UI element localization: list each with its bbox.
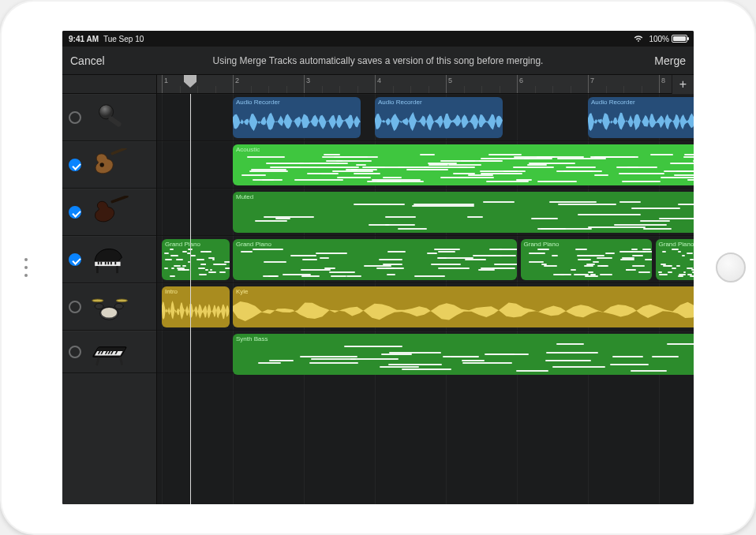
add-section-button[interactable]: + [672, 75, 694, 94]
svg-point-3 [100, 163, 104, 166]
svg-rect-7 [100, 261, 102, 264]
timeline[interactable]: Audio RecorderAudio RecorderAudio Record… [157, 94, 694, 504]
svg-rect-12 [96, 266, 99, 273]
track-lane-piano[interactable]: Grand PianoGrand PianoGrand PianoGrand P… [157, 236, 694, 283]
region-label: Audio Recorder [591, 99, 694, 107]
merge-message: Using Merge Tracks automatically saves a… [114, 55, 642, 66]
region[interactable]: Grand Piano [162, 239, 230, 280]
svg-point-17 [114, 303, 123, 309]
bar-number: 2 [235, 77, 239, 84]
region[interactable]: Grand Piano [656, 239, 694, 280]
region[interactable]: Audio Recorder [588, 97, 694, 138]
workspace[interactable]: Audio RecorderAudio RecorderAudio Record… [62, 94, 694, 504]
track-headers [62, 94, 157, 504]
svg-rect-4 [110, 196, 129, 204]
region[interactable]: Muted [233, 192, 694, 233]
status-bar: 9:41 AM Tue Sep 10 100% [62, 31, 694, 47]
region-label: Synth Bass [236, 335, 694, 343]
keyboard-icon [89, 335, 132, 369]
region-label: Grand Piano [165, 241, 226, 249]
svg-point-15 [101, 307, 117, 317]
merge-action-bar: Cancel Using Merge Tracks automatically … [62, 47, 694, 75]
svg-rect-1 [107, 115, 122, 127]
merge-select-drums[interactable] [69, 301, 81, 313]
track-header-piano[interactable] [62, 236, 156, 283]
bar-number: 3 [306, 77, 310, 84]
playhead-line [190, 94, 191, 504]
region[interactable]: Audio Recorder [233, 97, 361, 138]
ruler[interactable]: 12345678 + [62, 75, 694, 94]
status-time: 9:41 AM [69, 35, 99, 43]
bar-tick: 1 [162, 75, 163, 93]
bar-tick: 8 [659, 75, 660, 93]
track-lane-synth[interactable]: Synth Bass [157, 331, 694, 373]
grand-piano-icon [89, 243, 132, 276]
svg-rect-6 [98, 261, 99, 264]
svg-rect-13 [116, 266, 118, 273]
home-button[interactable] [716, 253, 746, 282]
svg-rect-10 [110, 261, 112, 264]
bass-guitar-icon [89, 196, 132, 229]
track-header-acoustic[interactable] [62, 141, 156, 189]
bar-number: 8 [661, 77, 665, 84]
microphone-icon [89, 101, 132, 134]
bar-number: 5 [448, 77, 452, 84]
svg-rect-8 [105, 261, 107, 264]
battery-percent: 100% [649, 35, 669, 43]
bar-tick: 3 [304, 75, 305, 93]
svg-rect-2 [110, 148, 127, 155]
merge-button[interactable]: Merge [642, 54, 686, 67]
bar-tick: 4 [375, 75, 376, 93]
bar-number: 6 [519, 77, 523, 84]
region-label: Kyle [236, 288, 694, 296]
svg-point-18 [92, 299, 103, 302]
region-label: Audio Recorder [236, 99, 357, 107]
bar-tick: 6 [517, 75, 518, 93]
wifi-icon [633, 35, 644, 43]
cancel-button[interactable]: Cancel [70, 54, 114, 67]
region-label: Grand Piano [524, 241, 649, 249]
bar-number: 1 [164, 77, 168, 84]
svg-rect-28 [95, 357, 99, 365]
track-header-bass[interactable] [62, 189, 156, 236]
svg-rect-9 [107, 261, 109, 264]
device-frame: 9:41 AM Tue Sep 10 100% Cancel Using Mer… [0, 0, 756, 535]
region-label: Grand Piano [659, 241, 694, 249]
region-label: Intro [165, 288, 226, 296]
acoustic-guitar-icon [89, 148, 132, 181]
bar-number: 4 [377, 77, 381, 84]
track-header-drums[interactable] [62, 283, 156, 331]
svg-rect-11 [114, 261, 116, 264]
bar-tick: 7 [588, 75, 589, 93]
region-label: Audio Recorder [378, 99, 500, 107]
region[interactable]: Synth Bass [233, 334, 694, 375]
battery-indicator: 100% [649, 35, 687, 43]
bar-number: 7 [590, 77, 594, 84]
merge-select-bass[interactable] [69, 206, 81, 219]
track-header-synth[interactable] [62, 331, 156, 373]
region[interactable]: Audio Recorder [375, 97, 503, 138]
track-header-vocals[interactable] [62, 94, 156, 141]
svg-point-19 [116, 299, 127, 302]
track-lane-drums[interactable]: IntroKyle [157, 283, 694, 331]
region-label: Acoustic [236, 146, 694, 154]
merge-select-piano[interactable] [69, 253, 81, 266]
merge-select-synth[interactable] [69, 346, 81, 358]
speaker-dots [24, 258, 28, 277]
track-lane-acoustic[interactable]: Acoustic [157, 141, 694, 189]
track-lane-vocals[interactable]: Audio RecorderAudio RecorderAudio Record… [157, 94, 694, 141]
merge-select-acoustic[interactable] [69, 159, 81, 171]
svg-rect-29 [119, 356, 123, 365]
playhead[interactable] [184, 75, 196, 88]
region[interactable]: Kyle [233, 286, 694, 327]
region-label: Grand Piano [236, 241, 514, 249]
screen: 9:41 AM Tue Sep 10 100% Cancel Using Mer… [62, 31, 694, 504]
region-label: Muted [236, 193, 694, 201]
region[interactable]: Acoustic [233, 144, 694, 185]
region[interactable]: Grand Piano [521, 239, 653, 280]
track-lane-bass[interactable]: Muted [157, 189, 694, 236]
plus-icon: + [679, 77, 687, 92]
region[interactable]: Intro [162, 286, 230, 327]
merge-select-vocals[interactable] [69, 111, 81, 124]
region[interactable]: Grand Piano [233, 239, 517, 280]
